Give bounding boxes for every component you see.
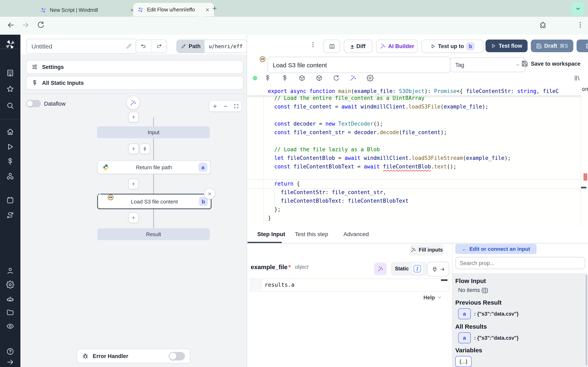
fill-inputs-button[interactable]: Fill inputs [410,244,444,256]
test-flow-button[interactable]: Test flow [485,40,527,52]
sidebar-item-search[interactable] [6,101,14,110]
browser-tab-active[interactable]: Edit Flow u/henri/effortless_fl [133,3,214,16]
flow-node-step-b-selected[interactable]: TS Load S3 file content b [97,194,212,209]
error-handler-row[interactable]: Error Handler [77,349,190,363]
code-editor[interactable]: // Load the entire file_content as a Uin… [247,87,588,225]
back-button[interactable] [7,21,15,29]
step-title-input[interactable]: Load S3 file content [268,57,450,73]
fit-view-button[interactable] [233,103,239,109]
sidebar-item-resources[interactable] [6,172,14,180]
sidebar-item-schedules[interactable] [6,196,14,204]
flow-node-step-a[interactable]: Return file path a [97,160,211,174]
extensions-icon[interactable] [539,22,547,29]
add-step-button[interactable] [128,112,139,122]
path-control[interactable]: Path u/henri/eff [176,40,247,53]
add-trigger-button[interactable] [140,143,150,154]
editor-settings-icon[interactable] [367,75,374,82]
reload-button[interactable] [37,21,45,29]
flow-node-input[interactable]: Input [97,126,210,138]
flow-name-input[interactable]: Untitled [26,39,137,54]
tag-select[interactable]: Tag [450,58,526,72]
redo-button[interactable] [156,43,162,49]
variables-icon[interactable] [264,75,271,82]
deploy-button[interactable]: Deploy [577,40,588,52]
sidebar-item-collapse[interactable] [6,358,14,366]
prop-row[interactable]: a : {"s3":"data.csv"} [458,332,519,343]
save-to-workspace-button[interactable]: Save to workspace [521,60,580,67]
sidebar-item-runs[interactable] [6,143,14,151]
prop-row[interactable]: a : {"s3":"data.csv"} [458,308,519,319]
javascript-mode-button[interactable]: f [412,263,423,275]
connect-input-button[interactable] [427,262,449,276]
app-sidebar [0,35,20,367]
ai-assist-icon[interactable] [350,75,356,82]
browser-menu-icon[interactable] [577,21,584,29]
section-title: All Results [455,323,487,330]
code-line [247,171,581,179]
code-line [247,111,581,119]
lang-status-dot [253,76,257,80]
package-icon[interactable] [316,75,323,82]
tab-search-button[interactable] [571,2,585,16]
forward-button[interactable] [21,21,30,29]
test-up-to-button[interactable]: Test up to b [421,40,484,53]
browser-tab-inactive[interactable]: New Script | Windmill [36,3,139,17]
scrollbar-thumb[interactable] [586,275,587,365]
sidebar-item-favorites[interactable] [6,85,14,93]
zoom-in-button[interactable] [212,103,217,109]
sidebar-item-folders[interactable] [6,308,14,317]
code-line: } [247,214,581,222]
expression-editor[interactable]: results.a [250,278,449,292]
flow-node-result[interactable]: Result [97,228,210,240]
delete-step-button[interactable] [204,188,215,200]
error-handler-toggle[interactable] [169,352,185,360]
add-step-button[interactable] [128,179,139,189]
sidebar-item-flows[interactable] [6,211,14,219]
more-options-icon[interactable] [310,41,316,48]
sidebar-item-settings[interactable] [6,281,14,289]
reset-icon[interactable] [333,75,340,82]
browser-toolbar: app.windmill.dev/flows/edit/u/henri/effo… [0,17,588,35]
dataflow-toggle[interactable] [26,100,41,107]
overview-ruler[interactable]: on [581,87,588,225]
sidebar-item-variables[interactable] [6,157,14,166]
sidebar-item-help[interactable] [6,347,14,356]
flow-settings-row[interactable]: Settings [26,60,243,74]
tab-close-icon[interactable] [205,7,210,12]
sidebar-item-audit-logs[interactable] [6,322,14,330]
package-icon[interactable] [298,75,305,82]
resources-icon[interactable] [281,75,288,82]
tab-advanced[interactable]: Advanced [343,231,369,237]
edit-or-connect-button[interactable]: ← Edit or connect an input [455,244,536,254]
panel-divider [20,93,247,94]
draft-button[interactable]: Draft ⌘S [531,40,573,52]
overflow-text: on [582,87,588,92]
play-icon [491,43,496,49]
connect-panel: ← Edit or connect an input Flow Input No… [452,243,588,367]
all-static-inputs-row[interactable]: All Static Inputs [26,76,243,90]
sidebar-item-workspace[interactable] [6,69,14,77]
sidebar-item-user[interactable] [6,267,14,275]
magic-wand-icon [411,247,416,253]
variables-badge[interactable]: {...} [455,356,472,367]
add-step-button[interactable] [128,143,139,154]
undo-button[interactable] [140,43,147,49]
undo-redo-group [136,40,167,53]
result-value: : {"s3":"data.csv"} [474,311,519,317]
docs-button[interactable] [323,40,340,53]
sidebar-item-home[interactable] [6,128,14,136]
ai-flow-button[interactable] [127,96,140,109]
diff-button[interactable]: ± Diff [344,40,372,53]
library-icon[interactable] [574,75,581,82]
ai-builder-button[interactable]: AI Builder [376,40,418,53]
tab-step-input[interactable]: Step Input [257,231,285,237]
sidebar-item-workers[interactable] [6,295,14,303]
tab-test-this-step[interactable]: Test this step [295,231,328,237]
search-prop-input[interactable] [455,257,585,269]
zoom-out-button[interactable] [223,103,228,109]
ai-fill-field-button[interactable] [374,263,387,275]
new-tab-button[interactable] [212,5,218,11]
help-toggle[interactable]: Help [424,294,442,300]
add-step-button[interactable] [128,212,139,223]
input-mode-toggle[interactable]: Static f [391,262,428,276]
